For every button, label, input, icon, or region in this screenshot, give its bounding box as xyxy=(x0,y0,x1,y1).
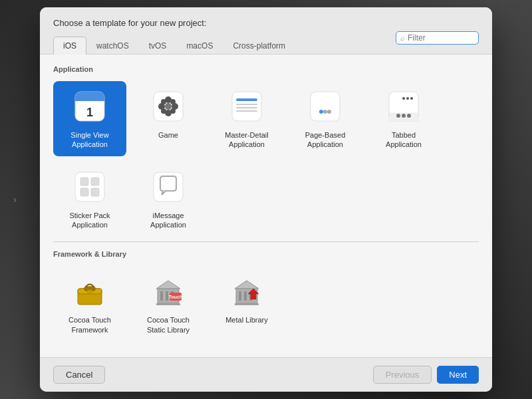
tabbed-icon xyxy=(385,88,422,125)
dialog-header: Choose a template for your new project: … xyxy=(40,7,492,55)
svg-point-10 xyxy=(170,99,176,104)
template-cocoa-touch-static[interactable]: Touch Cocoa TouchStatic Library xyxy=(132,266,205,341)
svg-point-29 xyxy=(406,97,409,100)
svg-rect-25 xyxy=(389,118,418,121)
svg-rect-16 xyxy=(236,104,257,105)
single-view-label: Single ViewApplication xyxy=(70,130,108,150)
svg-rect-44 xyxy=(166,291,168,301)
page-based-label: Page-BasedApplication xyxy=(305,130,346,150)
svg-rect-36 xyxy=(91,188,99,196)
search-icon: ⌕ xyxy=(400,34,405,42)
cocoa-touch-framework-icon xyxy=(71,273,108,310)
svg-point-26 xyxy=(396,114,400,118)
template-tabbed[interactable]: TabbedApplication xyxy=(367,81,440,156)
sticker-pack-label: Sticker PackApplication xyxy=(69,211,110,230)
filter-input-wrap: ⌕ xyxy=(396,31,479,45)
cocoa-touch-static-label: Cocoa TouchStatic Library xyxy=(147,315,190,334)
tab-watchos[interactable]: watchOS xyxy=(86,37,139,55)
master-detail-label: Master-DetailApplication xyxy=(225,130,268,150)
svg-point-11 xyxy=(161,108,166,114)
svg-point-20 xyxy=(319,110,323,114)
template-sticker-pack[interactable]: Sticker PackApplication xyxy=(53,162,126,237)
framework-grid: Cocoa TouchFramework xyxy=(53,266,479,341)
sticker-pack-icon xyxy=(71,168,108,205)
filter-area: ⌕ xyxy=(396,31,479,45)
svg-point-22 xyxy=(327,110,331,114)
imessage-icon xyxy=(150,168,187,205)
template-metal-library[interactable]: Metal Library xyxy=(210,266,283,341)
svg-rect-19 xyxy=(311,92,340,121)
template-single-view[interactable]: 1 Single ViewApplication xyxy=(53,81,126,156)
svg-text:1: 1 xyxy=(86,106,93,119)
tab-crossplatform[interactable]: Cross-platform xyxy=(223,37,295,55)
svg-rect-32 xyxy=(75,172,104,201)
svg-rect-47 xyxy=(156,303,180,305)
svg-point-13 xyxy=(165,103,172,110)
single-view-icon: 1 xyxy=(71,88,108,125)
svg-rect-15 xyxy=(236,98,257,101)
next-button[interactable]: Next xyxy=(437,366,479,384)
sidebar-chevron-icon: › xyxy=(13,194,17,205)
imessage-label: iMessageApplication xyxy=(150,211,186,230)
page-based-icon xyxy=(307,88,344,125)
master-detail-icon xyxy=(228,88,265,125)
svg-rect-2 xyxy=(75,97,104,101)
svg-text:Touch: Touch xyxy=(169,295,182,299)
svg-rect-52 xyxy=(244,291,247,301)
svg-rect-18 xyxy=(236,110,257,112)
metal-library-icon xyxy=(228,273,265,310)
tabbed-label: TabbedApplication xyxy=(386,130,422,150)
game-icon xyxy=(150,88,187,125)
svg-marker-46 xyxy=(156,281,180,289)
dialog-title: Choose a template for your new project: xyxy=(53,18,479,28)
section-framework-title: Framework & Library xyxy=(53,250,479,258)
previous-button[interactable]: Previous xyxy=(373,366,432,384)
svg-rect-34 xyxy=(91,178,99,186)
application-grid: 1 Single ViewApplication xyxy=(53,81,479,236)
svg-point-12 xyxy=(170,108,176,114)
svg-marker-54 xyxy=(235,281,259,289)
dialog-body: Application 1 Single ViewApplication xyxy=(40,55,492,357)
svg-rect-17 xyxy=(236,107,257,108)
cancel-button[interactable]: Cancel xyxy=(53,366,105,384)
section-divider xyxy=(53,241,479,242)
cocoa-touch-framework-label: Cocoa TouchFramework xyxy=(68,315,111,334)
template-master-detail[interactable]: Master-DetailApplication xyxy=(210,81,283,156)
svg-rect-33 xyxy=(80,178,88,186)
svg-point-27 xyxy=(402,114,406,118)
footer-right: Previous Next xyxy=(373,366,479,384)
svg-point-21 xyxy=(323,110,327,114)
svg-rect-55 xyxy=(235,303,259,305)
template-cocoa-touch-framework[interactable]: Cocoa TouchFramework xyxy=(53,266,126,341)
svg-point-31 xyxy=(402,97,405,100)
svg-rect-43 xyxy=(160,291,163,301)
tab-tvos[interactable]: tvOS xyxy=(139,37,177,55)
svg-point-30 xyxy=(410,97,413,100)
tab-ios[interactable]: iOS xyxy=(53,37,86,55)
template-page-based[interactable]: Page-BasedApplication xyxy=(289,81,362,156)
filter-input[interactable] xyxy=(408,33,474,43)
dialog-footer: Cancel Previous Next xyxy=(40,357,492,392)
template-imessage[interactable]: iMessageApplication xyxy=(132,162,205,237)
tab-macos[interactable]: macOS xyxy=(176,37,223,55)
svg-rect-35 xyxy=(80,188,88,196)
svg-point-9 xyxy=(161,99,166,104)
template-game[interactable]: Game xyxy=(132,81,205,156)
svg-rect-51 xyxy=(239,291,241,301)
svg-rect-14 xyxy=(232,92,261,121)
svg-point-28 xyxy=(407,114,411,118)
svg-rect-41 xyxy=(87,290,92,293)
game-label: Game xyxy=(158,130,178,140)
cocoa-touch-static-icon: Touch xyxy=(150,273,187,310)
template-dialog: Choose a template for your new project: … xyxy=(40,7,492,392)
section-application-title: Application xyxy=(53,65,479,73)
metal-library-label: Metal Library xyxy=(225,315,268,325)
